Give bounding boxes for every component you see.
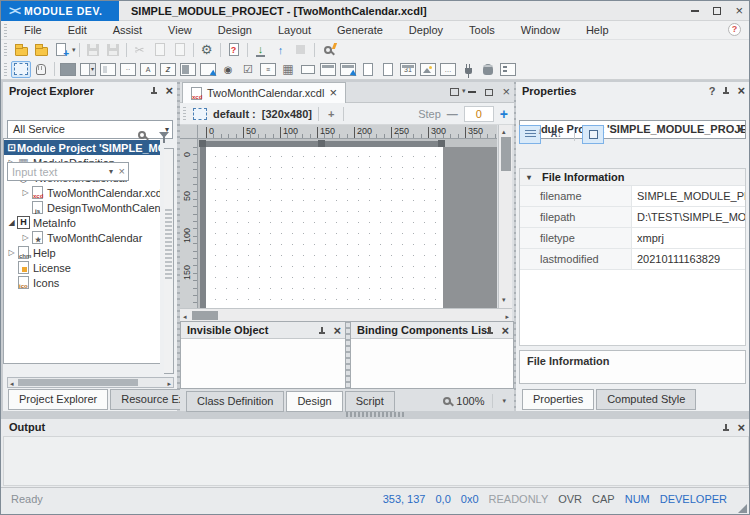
tab-script[interactable]: Script [345, 391, 395, 412]
copy-button[interactable] [150, 41, 170, 58]
calendar-widget-button[interactable]: 31 [398, 61, 418, 78]
scroll-right-icon[interactable]: ▸ [167, 379, 171, 388]
scroll-down-icon[interactable]: ▾ [502, 295, 506, 304]
tree-row-meta-calendar[interactable]: TwoMonthCalendar [4, 230, 160, 245]
analyze-button[interactable] [318, 41, 338, 58]
scroll-left-icon[interactable]: ◂ [183, 312, 187, 321]
textfield-widget-button[interactable] [298, 61, 318, 78]
split-panel-widget-button[interactable] [178, 61, 198, 78]
close-icon[interactable] [737, 420, 745, 436]
tree-row-help[interactable]: Help [4, 245, 160, 260]
open-project-button[interactable] [31, 41, 51, 58]
resize-grip[interactable] [738, 504, 747, 513]
checkbox-widget-button[interactable]: ☑ [238, 61, 258, 78]
document-tab[interactable]: TwoMonthCalendar.xcdl [182, 82, 346, 103]
close-tab-icon[interactable] [329, 87, 337, 99]
close-icon[interactable] [737, 82, 745, 100]
close-icon[interactable] [165, 82, 173, 100]
help-icon[interactable]: ? [709, 82, 716, 100]
toolbar-grip[interactable] [4, 43, 7, 56]
property-row-filepath[interactable]: filepath D:\TEST\SIMPLE_MODULE_P [520, 207, 745, 228]
tab-class-definition[interactable]: Class Definition [186, 391, 284, 412]
combobox-widget-button[interactable] [78, 61, 98, 78]
menu-file[interactable]: File [11, 21, 55, 39]
marquee-select-tool-button[interactable] [11, 61, 31, 78]
help-circle-icon[interactable]: ? [728, 23, 741, 36]
expander-icon[interactable] [6, 248, 17, 257]
new-file-dropdown-icon[interactable]: ▾ [72, 46, 76, 54]
group-panel-widget-button[interactable] [318, 61, 338, 78]
ellipsis-widget-button[interactable]: … [438, 61, 458, 78]
add-state-button[interactable]: + [328, 108, 334, 120]
property-row-filetype[interactable]: filetype xmprj [520, 228, 745, 249]
property-value[interactable]: 20210111163829 [632, 249, 745, 269]
tab-design[interactable]: Design [286, 391, 342, 412]
deploy-button[interactable]: ↑ [271, 41, 291, 58]
menu-deploy[interactable]: Deploy [396, 21, 456, 39]
search-button[interactable] [131, 125, 152, 144]
pin-icon[interactable] [150, 87, 158, 95]
menu-assist[interactable]: Assist [100, 21, 155, 39]
label-widget-button[interactable]: A [138, 61, 158, 78]
spin-widget-button[interactable]: ·· [118, 61, 138, 78]
status-mode[interactable]: DEVELOPER [660, 493, 727, 505]
scroll-right-icon[interactable]: ▸ [505, 312, 509, 321]
save-button[interactable] [83, 41, 103, 58]
expander-icon[interactable] [6, 142, 17, 153]
categorized-view-button[interactable] [519, 125, 541, 144]
alphabetical-sort-button[interactable]: A [545, 125, 567, 144]
pin-icon[interactable] [486, 327, 494, 335]
scroll-up-icon[interactable]: ▴ [502, 127, 506, 136]
property-row-lastmodified[interactable]: lastmodified 20210111163829 [520, 249, 745, 270]
menu-layout[interactable]: Layout [265, 21, 324, 39]
resize-handle-top-right[interactable] [438, 140, 445, 147]
pin-icon[interactable] [722, 424, 730, 432]
tab-computed-style[interactable]: Computed Style [596, 389, 696, 410]
minimize-document-icon[interactable] [468, 91, 476, 93]
toolbar-grip[interactable] [4, 63, 7, 76]
clear-icon[interactable]: × [119, 165, 125, 177]
step-value-field[interactable]: 0 [464, 106, 494, 122]
expander-icon[interactable] [20, 233, 31, 242]
property-row-filename[interactable]: filename SIMPLE_MODULE_PROJECT [520, 186, 745, 207]
close-icon[interactable] [501, 323, 509, 339]
database-widget-button[interactable] [478, 61, 498, 78]
zoom-value[interactable]: 100% [456, 395, 484, 407]
settings-button[interactable]: ⚙ [197, 41, 217, 58]
pin-icon[interactable] [318, 327, 326, 335]
listbox-widget-button[interactable]: ≡ [258, 61, 278, 78]
maximize-icon[interactable] [713, 7, 721, 15]
tab-page-widget-button[interactable] [378, 61, 398, 78]
tab-project-explorer[interactable]: Project Explorer [8, 389, 108, 410]
tab-properties[interactable]: Properties [522, 389, 594, 410]
canvas-horizontal-scrollbar[interactable]: ◂ ▸ [180, 308, 512, 321]
edit-widget-button[interactable] [98, 61, 118, 78]
page-widget-button[interactable] [358, 61, 378, 78]
new-file-button[interactable] [51, 41, 71, 58]
minimize-icon[interactable] [691, 10, 699, 12]
menu-design[interactable]: Design [205, 21, 265, 39]
menu-tools[interactable]: Tools [456, 21, 508, 39]
expander-icon[interactable] [20, 188, 31, 197]
chevron-down-icon[interactable]: ▾ [109, 167, 113, 176]
richtext-widget-button[interactable]: Z [158, 61, 178, 78]
picker-widget-button[interactable] [198, 61, 218, 78]
menu-edit[interactable]: Edit [55, 21, 100, 39]
zoom-dropdown-icon[interactable]: ▾ [502, 397, 506, 405]
save-all-button[interactable] [103, 41, 123, 58]
tree-row-xcdl-file[interactable]: TwoMonthCalendar.xcdl [4, 185, 160, 200]
help-document-button[interactable] [224, 41, 244, 58]
image-widget-button[interactable] [418, 61, 438, 78]
tree-row-metainfo[interactable]: MetaInfo [4, 215, 160, 230]
property-sheet-widget-button[interactable] [498, 61, 518, 78]
close-icon[interactable] [735, 5, 743, 17]
scroll-left-icon[interactable]: ◂ [10, 379, 14, 388]
menu-help[interactable]: Help [573, 21, 622, 39]
select-panel-widget-button[interactable] [338, 61, 358, 78]
pin-icon[interactable] [722, 87, 730, 95]
tree-row-js-file[interactable]: DesignTwoMonthCalendar.js [4, 200, 160, 215]
menu-generate[interactable]: Generate [324, 21, 396, 39]
toolbar-grip[interactable] [183, 107, 186, 120]
menu-view[interactable]: View [155, 21, 205, 39]
property-value[interactable]: D:\TEST\SIMPLE_MODULE_P [632, 207, 745, 227]
